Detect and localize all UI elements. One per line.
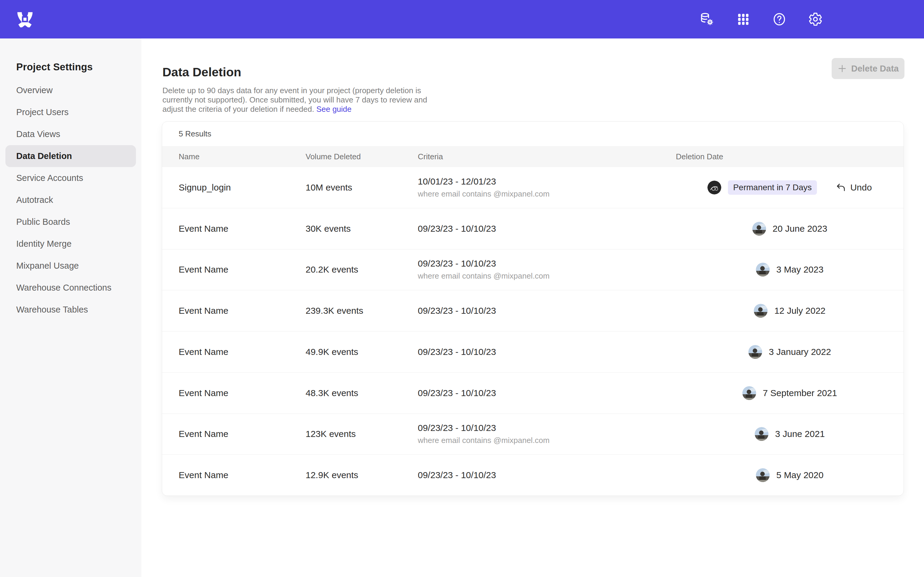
row-criteria: 09/23/23 - 10/10/23 (418, 306, 676, 316)
sidebar-item-public-boards[interactable]: Public Boards (5, 211, 136, 233)
mixpanel-logo-icon[interactable] (17, 11, 33, 27)
row-criteria-subtext: where email contains @mixpanel.com (418, 436, 676, 445)
row-volume: 239.3K events (305, 306, 418, 316)
row-name: Event Name (162, 470, 305, 480)
sidebar-item-warehouse-connections[interactable]: Warehouse Connections (5, 277, 136, 299)
row-criteria: 10/01/23 - 12/01/23 (418, 176, 676, 187)
column-header-deletion-date: Deletion Date (676, 152, 903, 161)
sidebar-item-identity-merge[interactable]: Identity Merge (5, 233, 136, 255)
undo-label: Undo (850, 182, 872, 193)
table-row: Event Name 239.3K events 09/23/23 - 10/1… (162, 290, 903, 331)
main-content: Data Deletion Delete up to 90 days data … (141, 39, 924, 577)
row-criteria: 09/23/23 - 10/10/23 (418, 388, 676, 398)
sidebar-item-mixpanel-usage[interactable]: Mixpanel Usage (5, 255, 136, 277)
row-deletion-cell: 5 May 2020 (676, 468, 903, 482)
row-deletion-cell: 12 July 2022 (676, 304, 903, 318)
table-row: Event Name 48.3K events 09/23/23 - 10/10… (162, 372, 903, 414)
undo-icon (835, 182, 846, 193)
sidebar-item-service-accounts[interactable]: Service Accounts (5, 167, 136, 189)
deletion-date: 3 June 2021 (775, 429, 825, 439)
column-header-criteria: Criteria (418, 152, 676, 161)
column-header-volume-deleted: Volume Deleted (305, 152, 418, 161)
deletion-date: 20 June 2023 (773, 224, 827, 234)
results-count: 5 Results (162, 122, 903, 146)
deletion-date: 3 May 2023 (776, 264, 824, 275)
requester-avatar (756, 263, 770, 276)
row-criteria: 09/23/23 - 10/10/23 (418, 423, 676, 433)
row-volume: 10M events (305, 182, 418, 193)
row-volume: 12.9K events (305, 470, 418, 480)
row-deletion-cell: 3 January 2022 (676, 345, 903, 359)
row-name: Event Name (162, 306, 305, 316)
table-row: Signup_login 10M events 10/01/23 - 12/01… (162, 167, 903, 208)
row-criteria: 09/23/23 - 10/10/23 (418, 224, 676, 234)
sidebar-title: Project Settings (16, 61, 141, 73)
row-volume: 20.2K events (305, 264, 418, 275)
sidebar-item-warehouse-tables[interactable]: Warehouse Tables (5, 299, 136, 321)
row-name: Signup_login (162, 182, 305, 193)
row-criteria: 09/23/23 - 10/10/23 (418, 258, 676, 269)
row-deletion-cell: 3 May 2023 (676, 263, 903, 276)
deletion-requests-card: 5 Results Name Volume Deleted Criteria D… (162, 121, 904, 496)
table-header-row: Name Volume Deleted Criteria Deletion Da… (162, 146, 903, 167)
deletion-date: 12 July 2022 (774, 306, 825, 316)
page-description-text: Delete up to 90 days data for any event … (162, 86, 427, 114)
permanence-badge: Permanent in 7 Days (728, 180, 817, 195)
requester-avatar (756, 468, 770, 482)
table-row: Event Name 20.2K events 09/23/23 - 10/10… (162, 249, 903, 290)
row-criteria: 09/23/23 - 10/10/23 (418, 470, 676, 480)
row-name: Event Name (162, 388, 305, 398)
requester-avatar (742, 386, 756, 400)
table-row: Event Name 49.9K events 09/23/23 - 10/10… (162, 331, 903, 372)
undo-button[interactable]: Undo (835, 182, 872, 193)
settings-sidebar: Project Settings OverviewProject UsersDa… (0, 39, 141, 577)
see-guide-link[interactable]: See guide (317, 105, 352, 114)
row-name: Event Name (162, 224, 305, 234)
deletion-date: 3 January 2022 (769, 347, 831, 357)
table-body: Signup_login 10M events 10/01/23 - 12/01… (162, 167, 903, 496)
row-name: Event Name (162, 429, 305, 439)
table-row: Event Name 30K events 09/23/23 - 10/10/2… (162, 208, 903, 249)
sidebar-nav: OverviewProject UsersData ViewsData Dele… (0, 79, 141, 321)
plus-icon (837, 64, 847, 73)
row-deletion-cell: 20 June 2023 (676, 222, 903, 235)
requester-avatar (752, 222, 766, 235)
requester-avatar (748, 345, 762, 359)
sidebar-item-autotrack[interactable]: Autotrack (5, 189, 136, 211)
deletion-date: 5 May 2020 (776, 470, 824, 480)
row-name: Event Name (162, 347, 305, 357)
row-deletion-cell: Permanent in 7 Days Undo (676, 180, 903, 195)
requester-avatar-dark (708, 181, 721, 195)
row-volume: 123K events (305, 429, 418, 439)
help-icon[interactable] (772, 12, 787, 26)
table-row: Event Name 12.9K events 09/23/23 - 10/10… (162, 455, 903, 496)
sidebar-item-project-users[interactable]: Project Users (5, 101, 136, 123)
row-deletion-cell: 7 September 2021 (676, 386, 903, 400)
apps-grid-icon[interactable] (736, 12, 750, 26)
deletion-date: 7 September 2021 (763, 388, 837, 398)
sidebar-item-data-views[interactable]: Data Views (5, 123, 136, 145)
page-title: Data Deletion (162, 65, 241, 79)
sidebar-item-overview[interactable]: Overview (5, 79, 136, 101)
requester-avatar (754, 304, 767, 318)
row-name: Event Name (162, 264, 305, 275)
delete-data-button-label: Delete Data (851, 64, 899, 74)
top-navigation-bar (0, 0, 924, 39)
row-volume: 49.9K events (305, 347, 418, 357)
delete-data-button[interactable]: Delete Data (832, 58, 905, 79)
page-description: Delete up to 90 days data for any event … (162, 86, 435, 114)
requester-avatar (754, 427, 769, 441)
row-deletion-cell: 3 June 2021 (676, 427, 903, 441)
row-criteria-subtext: where email contains @mixpanel.com (418, 189, 676, 199)
table-row: Event Name 123K events 09/23/23 - 10/10/… (162, 414, 903, 455)
row-volume: 48.3K events (305, 388, 418, 398)
row-criteria-subtext: where email contains @mixpanel.com (418, 271, 676, 281)
row-criteria: 09/23/23 - 10/10/23 (418, 347, 676, 357)
sidebar-item-data-deletion[interactable]: Data Deletion (5, 145, 136, 167)
column-header-name: Name (162, 152, 305, 161)
topbar-icon-group (700, 12, 823, 26)
row-volume: 30K events (305, 224, 418, 234)
settings-icon[interactable] (808, 12, 823, 26)
data-management-icon[interactable] (700, 12, 714, 26)
